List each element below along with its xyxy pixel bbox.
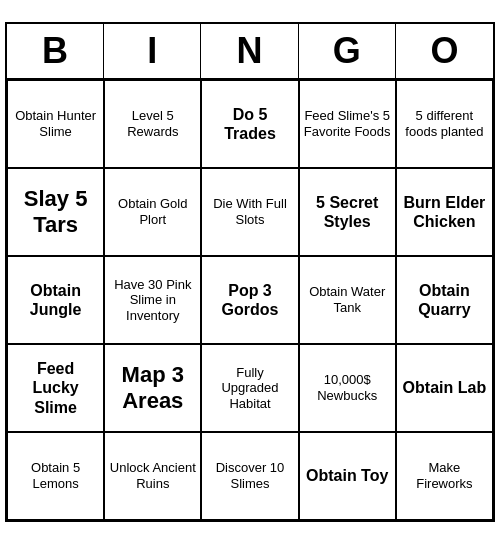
bingo-cell-20: Obtain 5 Lemons [7, 432, 104, 520]
bingo-cell-23: Obtain Toy [299, 432, 396, 520]
bingo-cell-10: Obtain Jungle [7, 256, 104, 344]
cell-text-24: Make Fireworks [401, 460, 488, 491]
cell-text-20: Obtain 5 Lemons [12, 460, 99, 491]
bingo-cell-15: Feed Lucky Slime [7, 344, 104, 432]
cell-text-8: 5 Secret Styles [304, 193, 391, 231]
bingo-card: BINGO Obtain Hunter SlimeLevel 5 Rewards… [5, 22, 495, 522]
cell-text-18: 10,000$ Newbucks [304, 372, 391, 403]
bingo-cell-14: Obtain Quarry [396, 256, 493, 344]
bingo-cell-16: Map 3 Areas [104, 344, 201, 432]
bingo-cell-1: Level 5 Rewards [104, 80, 201, 168]
cell-text-13: Obtain Water Tank [304, 284, 391, 315]
cell-text-22: Discover 10 Slimes [206, 460, 293, 491]
cell-text-12: Pop 3 Gordos [206, 281, 293, 319]
bingo-cell-24: Make Fireworks [396, 432, 493, 520]
cell-text-21: Unlock Ancient Ruins [109, 460, 196, 491]
bingo-cell-6: Obtain Gold Plort [104, 168, 201, 256]
cell-text-10: Obtain Jungle [12, 281, 99, 319]
cell-text-23: Obtain Toy [306, 466, 388, 485]
bingo-cell-4: 5 different foods planted [396, 80, 493, 168]
header-letter-o: O [396, 24, 493, 78]
bingo-cell-21: Unlock Ancient Ruins [104, 432, 201, 520]
bingo-cell-0: Obtain Hunter Slime [7, 80, 104, 168]
cell-text-3: Feed Slime's 5 Favorite Foods [304, 108, 391, 139]
cell-text-11: Have 30 Pink Slime in Inventory [109, 277, 196, 324]
cell-text-0: Obtain Hunter Slime [12, 108, 99, 139]
bingo-cell-19: Obtain Lab [396, 344, 493, 432]
bingo-cell-2: Do 5 Trades [201, 80, 298, 168]
bingo-header: BINGO [7, 24, 493, 80]
bingo-cell-3: Feed Slime's 5 Favorite Foods [299, 80, 396, 168]
bingo-cell-8: 5 Secret Styles [299, 168, 396, 256]
cell-text-2: Do 5 Trades [206, 105, 293, 143]
cell-text-15: Feed Lucky Slime [12, 359, 99, 417]
cell-text-19: Obtain Lab [403, 378, 487, 397]
cell-text-16: Map 3 Areas [109, 362, 196, 415]
cell-text-9: Burn Elder Chicken [401, 193, 488, 231]
header-letter-n: N [201, 24, 298, 78]
header-letter-b: B [7, 24, 104, 78]
bingo-grid: Obtain Hunter SlimeLevel 5 RewardsDo 5 T… [7, 80, 493, 520]
bingo-cell-5: Slay 5 Tars [7, 168, 104, 256]
bingo-cell-17: Fully Upgraded Habitat [201, 344, 298, 432]
bingo-cell-13: Obtain Water Tank [299, 256, 396, 344]
cell-text-17: Fully Upgraded Habitat [206, 365, 293, 412]
bingo-cell-12: Pop 3 Gordos [201, 256, 298, 344]
bingo-cell-22: Discover 10 Slimes [201, 432, 298, 520]
bingo-cell-18: 10,000$ Newbucks [299, 344, 396, 432]
header-letter-g: G [299, 24, 396, 78]
cell-text-6: Obtain Gold Plort [109, 196, 196, 227]
cell-text-5: Slay 5 Tars [12, 186, 99, 239]
bingo-cell-11: Have 30 Pink Slime in Inventory [104, 256, 201, 344]
bingo-cell-7: Die With Full Slots [201, 168, 298, 256]
cell-text-1: Level 5 Rewards [109, 108, 196, 139]
header-letter-i: I [104, 24, 201, 78]
cell-text-14: Obtain Quarry [401, 281, 488, 319]
bingo-cell-9: Burn Elder Chicken [396, 168, 493, 256]
cell-text-7: Die With Full Slots [206, 196, 293, 227]
cell-text-4: 5 different foods planted [401, 108, 488, 139]
